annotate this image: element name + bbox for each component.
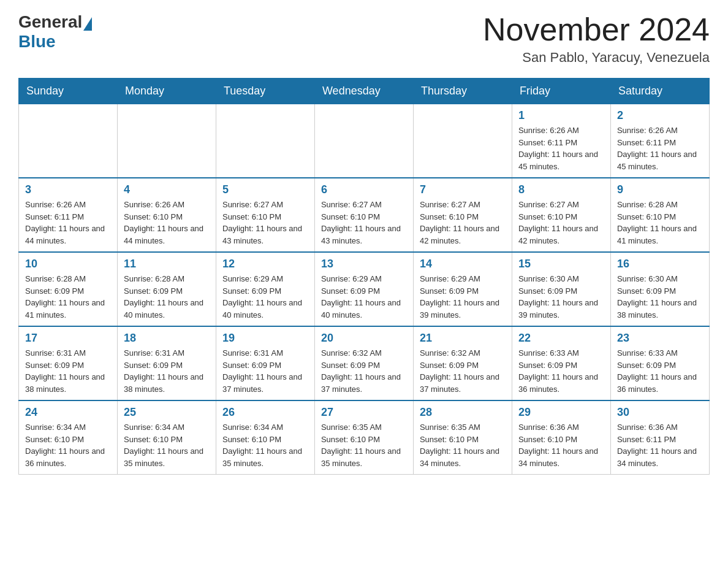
day-info: Sunrise: 6:36 AMSunset: 6:11 PMDaylight:… (617, 421, 703, 469)
day-info: Sunrise: 6:31 AMSunset: 6:09 PMDaylight:… (222, 347, 308, 395)
day-number: 9 (617, 183, 703, 196)
day-info: Sunrise: 6:26 AMSunset: 6:11 PMDaylight:… (617, 124, 703, 172)
day-info: Sunrise: 6:28 AMSunset: 6:09 PMDaylight:… (25, 273, 111, 321)
calendar-cell: 16Sunrise: 6:30 AMSunset: 6:09 PMDayligh… (610, 252, 709, 326)
month-title: November 2024 (483, 12, 710, 47)
day-number: 23 (617, 332, 703, 345)
weekday-header-saturday: Saturday (610, 79, 709, 104)
day-number: 2 (617, 109, 703, 122)
calendar-cell (314, 104, 413, 178)
day-info: Sunrise: 6:33 AMSunset: 6:09 PMDaylight:… (617, 347, 703, 395)
weekday-header-tuesday: Tuesday (216, 79, 314, 104)
day-number: 16 (617, 258, 703, 270)
calendar-cell: 4Sunrise: 6:26 AMSunset: 6:10 PMDaylight… (117, 178, 216, 252)
calendar-cell: 1Sunrise: 6:26 AMSunset: 6:11 PMDaylight… (512, 104, 610, 178)
calendar-cell (413, 104, 512, 178)
day-number: 12 (222, 258, 308, 270)
calendar-cell: 23Sunrise: 6:33 AMSunset: 6:09 PMDayligh… (610, 326, 709, 400)
day-number: 27 (321, 406, 407, 419)
calendar-cell (117, 104, 216, 178)
logo-blue-text: Blue (18, 32, 56, 52)
weekday-header-row: SundayMondayTuesdayWednesdayThursdayFrid… (19, 79, 710, 104)
calendar-cell: 19Sunrise: 6:31 AMSunset: 6:09 PMDayligh… (216, 326, 314, 400)
day-info: Sunrise: 6:29 AMSunset: 6:09 PMDaylight:… (222, 273, 308, 321)
weekday-header-friday: Friday (512, 79, 610, 104)
day-info: Sunrise: 6:27 AMSunset: 6:10 PMDaylight:… (420, 199, 506, 247)
day-number: 11 (124, 258, 210, 270)
day-info: Sunrise: 6:29 AMSunset: 6:09 PMDaylight:… (420, 273, 506, 321)
calendar-week-row-5: 24Sunrise: 6:34 AMSunset: 6:10 PMDayligh… (19, 400, 710, 475)
location-subtitle: San Pablo, Yaracuy, Venezuela (483, 50, 710, 66)
weekday-header-wednesday: Wednesday (314, 79, 413, 104)
day-info: Sunrise: 6:26 AMSunset: 6:10 PMDaylight:… (124, 199, 210, 247)
calendar-week-row-3: 10Sunrise: 6:28 AMSunset: 6:09 PMDayligh… (19, 252, 710, 326)
day-info: Sunrise: 6:27 AMSunset: 6:10 PMDaylight:… (321, 199, 407, 247)
day-number: 28 (420, 406, 506, 419)
day-info: Sunrise: 6:30 AMSunset: 6:09 PMDaylight:… (518, 273, 604, 321)
calendar-cell: 5Sunrise: 6:27 AMSunset: 6:10 PMDaylight… (216, 178, 314, 252)
day-info: Sunrise: 6:27 AMSunset: 6:10 PMDaylight:… (518, 199, 604, 247)
day-info: Sunrise: 6:35 AMSunset: 6:10 PMDaylight:… (321, 421, 407, 469)
calendar-cell: 22Sunrise: 6:33 AMSunset: 6:09 PMDayligh… (512, 326, 610, 400)
day-info: Sunrise: 6:36 AMSunset: 6:10 PMDaylight:… (518, 421, 604, 469)
day-info: Sunrise: 6:29 AMSunset: 6:09 PMDaylight:… (321, 273, 407, 321)
calendar-cell: 20Sunrise: 6:32 AMSunset: 6:09 PMDayligh… (314, 326, 413, 400)
day-info: Sunrise: 6:26 AMSunset: 6:11 PMDaylight:… (518, 124, 604, 172)
day-number: 15 (518, 258, 604, 270)
calendar-cell: 7Sunrise: 6:27 AMSunset: 6:10 PMDaylight… (413, 178, 512, 252)
day-number: 20 (321, 332, 407, 345)
day-number: 22 (518, 332, 604, 345)
day-number: 8 (518, 183, 604, 196)
calendar-cell: 27Sunrise: 6:35 AMSunset: 6:10 PMDayligh… (314, 400, 413, 475)
day-number: 4 (124, 183, 210, 196)
day-number: 3 (25, 183, 111, 196)
day-info: Sunrise: 6:31 AMSunset: 6:09 PMDaylight:… (25, 347, 111, 395)
day-info: Sunrise: 6:34 AMSunset: 6:10 PMDaylight:… (124, 421, 210, 469)
day-number: 14 (420, 258, 506, 270)
calendar-cell: 15Sunrise: 6:30 AMSunset: 6:09 PMDayligh… (512, 252, 610, 326)
logo-general-text: General (18, 12, 82, 32)
calendar-cell: 3Sunrise: 6:26 AMSunset: 6:11 PMDaylight… (19, 178, 118, 252)
day-number: 10 (25, 258, 111, 270)
day-number: 29 (518, 406, 604, 419)
day-info: Sunrise: 6:31 AMSunset: 6:09 PMDaylight:… (124, 347, 210, 395)
day-number: 1 (518, 109, 604, 122)
calendar-cell: 30Sunrise: 6:36 AMSunset: 6:11 PMDayligh… (610, 400, 709, 475)
day-number: 19 (222, 332, 308, 345)
calendar-cell: 24Sunrise: 6:34 AMSunset: 6:10 PMDayligh… (19, 400, 118, 475)
day-number: 6 (321, 183, 407, 196)
day-info: Sunrise: 6:30 AMSunset: 6:09 PMDaylight:… (617, 273, 703, 321)
day-number: 5 (222, 183, 308, 196)
calendar-table: SundayMondayTuesdayWednesdayThursdayFrid… (18, 78, 710, 475)
calendar-cell: 2Sunrise: 6:26 AMSunset: 6:11 PMDaylight… (610, 104, 709, 178)
logo-triangle-icon (83, 17, 92, 31)
day-info: Sunrise: 6:27 AMSunset: 6:10 PMDaylight:… (222, 199, 308, 247)
page-header: General Blue November 2024 San Pablo, Ya… (18, 12, 710, 66)
day-info: Sunrise: 6:32 AMSunset: 6:09 PMDaylight:… (321, 347, 407, 395)
day-info: Sunrise: 6:28 AMSunset: 6:10 PMDaylight:… (617, 199, 703, 247)
calendar-cell: 18Sunrise: 6:31 AMSunset: 6:09 PMDayligh… (117, 326, 216, 400)
day-number: 21 (420, 332, 506, 345)
day-info: Sunrise: 6:34 AMSunset: 6:10 PMDaylight:… (25, 421, 111, 469)
calendar-cell (19, 104, 118, 178)
calendar-cell: 21Sunrise: 6:32 AMSunset: 6:09 PMDayligh… (413, 326, 512, 400)
calendar-cell: 25Sunrise: 6:34 AMSunset: 6:10 PMDayligh… (117, 400, 216, 475)
calendar-cell: 6Sunrise: 6:27 AMSunset: 6:10 PMDaylight… (314, 178, 413, 252)
day-number: 30 (617, 406, 703, 419)
day-number: 25 (124, 406, 210, 419)
calendar-week-row-4: 17Sunrise: 6:31 AMSunset: 6:09 PMDayligh… (19, 326, 710, 400)
title-area: November 2024 San Pablo, Yaracuy, Venezu… (483, 12, 710, 66)
day-number: 26 (222, 406, 308, 419)
day-number: 13 (321, 258, 407, 270)
weekday-header-thursday: Thursday (413, 79, 512, 104)
calendar-cell: 11Sunrise: 6:28 AMSunset: 6:09 PMDayligh… (117, 252, 216, 326)
day-number: 17 (25, 332, 111, 345)
calendar-cell: 14Sunrise: 6:29 AMSunset: 6:09 PMDayligh… (413, 252, 512, 326)
calendar-cell: 9Sunrise: 6:28 AMSunset: 6:10 PMDaylight… (610, 178, 709, 252)
calendar-cell: 13Sunrise: 6:29 AMSunset: 6:09 PMDayligh… (314, 252, 413, 326)
day-number: 7 (420, 183, 506, 196)
calendar-cell: 12Sunrise: 6:29 AMSunset: 6:09 PMDayligh… (216, 252, 314, 326)
calendar-cell: 17Sunrise: 6:31 AMSunset: 6:09 PMDayligh… (19, 326, 118, 400)
calendar-cell (216, 104, 314, 178)
calendar-cell: 28Sunrise: 6:35 AMSunset: 6:10 PMDayligh… (413, 400, 512, 475)
